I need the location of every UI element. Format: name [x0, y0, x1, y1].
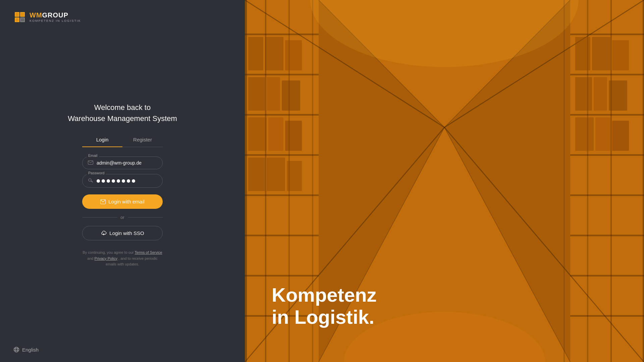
language-label: English	[22, 347, 39, 353]
login-form: Email Password	[82, 157, 163, 267]
login-sso-button[interactable]: Login with SSO	[82, 226, 163, 240]
email-input-wrapper	[82, 157, 163, 169]
svg-rect-7	[15, 18, 19, 21]
password-field-group: Password	[82, 174, 163, 188]
auth-tabs: Login Register	[82, 134, 163, 147]
key-icon	[88, 178, 93, 184]
warehouse-background: Kompetenz in Logistik.	[245, 0, 644, 362]
divider-text: or	[120, 215, 124, 220]
svg-point-14	[14, 347, 19, 352]
sso-label: Login with SSO	[109, 230, 144, 236]
logo-area: WMGROUP KOMPETENZ IN LOGISTIK	[0, 0, 245, 34]
language-selector[interactable]: English	[13, 347, 39, 353]
svg-rect-5	[15, 13, 19, 16]
logo: WMGROUP KOMPETENZ IN LOGISTIK	[13, 11, 231, 23]
divider-line-right	[128, 217, 163, 218]
brand-name: WMGROUP	[30, 12, 81, 18]
login-email-button[interactable]: Login with email	[82, 194, 163, 209]
email-field-group: Email	[82, 157, 163, 169]
terms-text: By continuing, you agree to our Terms of…	[82, 250, 163, 267]
privacy-policy-link[interactable]: Privacy Policy	[95, 256, 117, 260]
globe-icon	[13, 347, 19, 353]
svg-rect-6	[21, 13, 24, 16]
password-dots	[97, 179, 135, 183]
tagline: Kompetenz in Logistik.	[272, 284, 377, 328]
left-panel: WMGROUP KOMPETENZ IN LOGISTIK Welcome ba…	[0, 0, 245, 362]
email-btn-icon	[100, 199, 106, 204]
brand-subtitle: KOMPETENZ IN LOGISTIK	[30, 19, 81, 22]
logo-text-block: WMGROUP KOMPETENZ IN LOGISTIK	[30, 12, 81, 22]
tagline-line2: in Logistik.	[272, 306, 377, 328]
tagline-line1: Kompetenz	[272, 284, 377, 306]
terms-of-service-link[interactable]: Terms of Service	[135, 250, 162, 254]
divider-line-left	[82, 217, 117, 218]
login-email-label: Login with email	[108, 199, 145, 204]
cloud-sso-icon	[101, 231, 107, 236]
welcome-title: Welcome back to Warehouse Management Sys…	[68, 102, 177, 124]
svg-point-15	[15, 347, 18, 352]
right-panel: Kompetenz in Logistik.	[245, 0, 644, 362]
tab-login[interactable]: Login	[82, 134, 122, 147]
email-label: Email	[87, 154, 99, 158]
welcome-text: Welcome back to Warehouse Management Sys…	[68, 102, 177, 124]
wm-group-logo-icon	[13, 11, 26, 23]
email-icon	[88, 160, 93, 166]
svg-point-10	[89, 179, 91, 181]
or-divider: or	[82, 215, 163, 220]
password-label: Password	[87, 171, 106, 175]
form-area: Welcome back to Warehouse Management Sys…	[0, 34, 245, 362]
password-input-wrapper	[82, 174, 163, 188]
svg-rect-8	[21, 18, 24, 21]
svg-line-12	[92, 181, 92, 182]
tab-register[interactable]: Register	[122, 134, 163, 147]
email-input[interactable]	[97, 160, 157, 166]
